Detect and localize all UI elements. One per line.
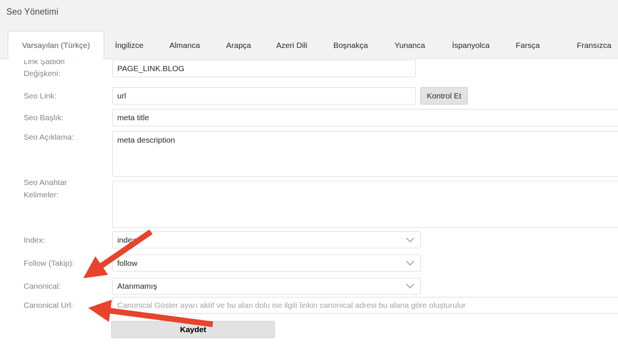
link-template-input[interactable] — [112, 60, 416, 77]
tab-azeri[interactable]: Azeri Dili — [276, 31, 308, 59]
page-title: Seo Yönetimi — [6, 7, 58, 17]
canonical-select[interactable]: Atanmamış — [112, 278, 421, 294]
tab-default-turkish[interactable]: Varsayılan (Türkçe) — [8, 31, 104, 60]
chevron-down-icon — [406, 261, 414, 266]
index-select-value: index — [117, 236, 136, 245]
tab-greek[interactable]: Yunanca — [394, 31, 425, 59]
seo-description-label: Seo Açıklama: — [24, 130, 100, 145]
seo-title-input[interactable] — [112, 109, 618, 126]
follow-select[interactable]: follow — [112, 255, 421, 272]
chevron-down-icon — [406, 237, 414, 242]
canonical-select-value: Atanmamış — [117, 282, 157, 291]
seo-keywords-textarea[interactable] — [112, 181, 618, 228]
tab-german[interactable]: Almanca — [169, 31, 200, 59]
seo-keywords-label: Seo Anahtar Kelimeler: — [24, 176, 100, 201]
follow-label: Follow (Takip): — [24, 255, 100, 272]
seo-title-label: Seo Başlık: — [24, 109, 100, 126]
tab-french[interactable]: Fransızca — [577, 31, 611, 59]
header-tab-bar: Seo Yönetimi Varsayılan (Türkçe) İngiliz… — [0, 0, 618, 59]
canonical-url-input[interactable] — [112, 297, 618, 313]
follow-select-value: follow — [117, 259, 137, 268]
tab-farsi[interactable]: Farsça — [516, 31, 540, 59]
seo-description-textarea[interactable]: meta description — [112, 131, 618, 177]
save-button[interactable]: Kaydet — [111, 321, 275, 338]
chevron-down-icon — [406, 284, 414, 289]
tab-english[interactable]: İngilizce — [115, 31, 143, 59]
seo-link-label: Seo Link: — [24, 87, 100, 104]
index-label: Index: — [24, 231, 100, 248]
tab-spanish[interactable]: İspanyolca — [452, 31, 490, 59]
tab-bosnian[interactable]: Boşnakça — [333, 31, 368, 59]
index-select[interactable]: index — [112, 231, 421, 248]
canonical-label: Canonical: — [24, 278, 100, 294]
check-link-button[interactable]: Kontrol Et — [420, 87, 468, 104]
seo-link-input[interactable] — [112, 87, 416, 104]
canonical-url-label: Canonical Url: — [24, 297, 100, 313]
tab-arabic[interactable]: Arapça — [226, 31, 251, 59]
seo-management-page: Seo Yönetimi Varsayılan (Türkçe) İngiliz… — [0, 0, 618, 364]
